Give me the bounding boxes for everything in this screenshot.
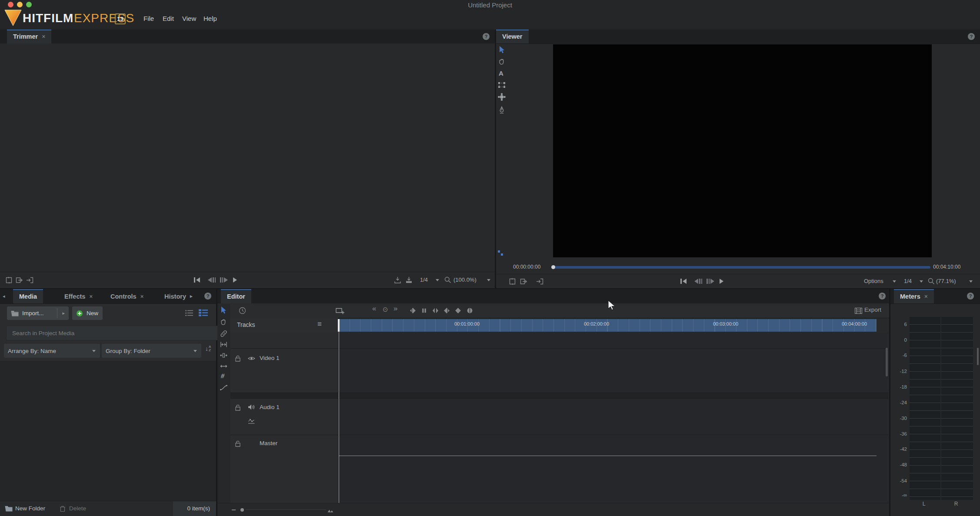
export-frame-icon[interactable] [16,276,23,284]
slip-tool-icon[interactable] [220,341,227,348]
timeline-area[interactable] [338,333,889,503]
slice-split-icon[interactable] [432,307,439,314]
help-icon[interactable]: ? [968,33,975,40]
chevron-down-icon[interactable] [920,280,923,283]
play-button[interactable] [233,277,237,283]
help-icon[interactable]: ? [967,293,974,300]
media-list[interactable] [0,361,216,501]
trimmer-zoom-value[interactable]: (100.0%) [453,276,477,283]
track-name[interactable]: Audio 1 [260,404,280,410]
go-to-start-button[interactable] [194,277,200,283]
options-dropdown[interactable]: Options [864,278,883,284]
previous-keyframe-icon[interactable]: « [372,304,376,313]
trimmer-quality-value[interactable]: 1/4 [420,276,428,283]
free-transform-tool-icon[interactable] [498,93,506,101]
search-input[interactable] [6,326,220,340]
eye-visible-icon[interactable] [248,356,255,361]
panel-menu-icon[interactable]: ▸ [190,293,193,299]
rate-stretch-tool-icon[interactable]: # [220,372,225,380]
loop-region-icon[interactable] [509,278,516,285]
tab-history[interactable]: History ▸ [158,289,199,303]
help-icon[interactable]: ? [879,293,886,300]
lock-open-icon[interactable] [235,355,241,362]
tab-scroll-left-icon[interactable]: ◂ [3,293,5,299]
next-keyframe-icon[interactable]: » [393,304,397,313]
timeline-zoom-track[interactable] [246,509,326,510]
slide-tool-icon[interactable] [220,352,227,359]
track-name[interactable]: Master [260,440,277,446]
text-tool-icon[interactable]: A [499,70,503,77]
arrange-by-dropdown[interactable]: Arrange By: Name [4,344,100,358]
track-row-audio1[interactable]: Audio 1 [230,399,338,434]
video-preview[interactable] [553,44,932,257]
marker-icon[interactable] [467,307,473,314]
timeline-ruler[interactable]: 00:01:00:00 00:02:00:00 00:03:00:00 00:0… [339,319,877,332]
playhead-marker[interactable] [338,319,340,332]
import-button[interactable]: Import... ▸ [7,306,69,320]
group-by-dropdown[interactable]: Group By: Folder [102,344,201,358]
menu-help[interactable]: Help [203,15,217,22]
hand-tool-icon[interactable] [220,319,227,326]
new-folder-button[interactable]: New Folder [15,505,45,512]
close-icon[interactable]: × [140,293,144,300]
zoom-fit-icon[interactable] [327,506,334,513]
close-icon[interactable]: × [924,293,928,300]
chevron-down-icon[interactable] [436,279,439,281]
next-frame-button[interactable] [220,277,228,283]
viewer-playhead-handle[interactable] [551,265,555,269]
chevron-down-icon[interactable] [969,280,973,283]
previous-frame-button[interactable] [694,279,702,284]
insert-object-icon[interactable] [336,307,345,315]
pen-tool-icon[interactable] [498,106,505,114]
track-name[interactable]: Video 1 [260,355,280,361]
menu-file[interactable]: File [143,15,154,22]
set-out-point-icon[interactable] [405,276,413,284]
lock-open-icon[interactable] [235,440,241,447]
panel-resize-grip[interactable] [501,253,503,256]
set-in-point-icon[interactable] [394,276,401,284]
send-to-editor-icon[interactable] [26,276,33,284]
zoom-out-tick[interactable] [232,509,236,510]
slice-left-icon[interactable] [410,307,416,314]
chevron-down-icon[interactable] [487,279,490,281]
ripple-edit-tool-icon[interactable] [220,363,227,370]
help-icon[interactable]: ? [204,293,211,300]
selection-region-tool-icon[interactable] [498,82,506,88]
audio-envelope-icon[interactable] [248,418,255,424]
select-tool-icon[interactable] [220,306,227,314]
import-menu-icon[interactable]: ▸ [62,310,65,316]
record-keyframe-icon[interactable]: ⊙ [383,306,388,313]
tab-viewer[interactable]: Viewer [496,30,529,43]
lock-open-icon[interactable] [235,404,241,411]
list-view-icon[interactable] [185,310,193,316]
hand-tool-icon[interactable] [498,58,506,66]
new-button[interactable]: New [72,306,103,320]
tracks-menu-icon[interactable]: ≡ [317,320,322,329]
vertical-scrollbar[interactable] [977,348,979,365]
ripple-delete-icon[interactable] [421,307,427,314]
set-out-icon[interactable] [455,307,461,314]
vertical-scrollbar[interactable] [886,348,888,376]
delete-button[interactable]: Delete [69,505,86,512]
tab-media[interactable]: Media [13,289,43,303]
loop-region-icon[interactable] [5,276,13,284]
help-icon[interactable]: ? [483,33,490,40]
tab-controls[interactable]: Controls × [104,289,150,303]
close-icon[interactable]: × [42,33,45,40]
tab-trimmer[interactable]: Trimmer × [7,30,51,43]
tab-editor[interactable]: Editor [221,289,251,303]
menu-edit[interactable]: Edit [163,15,174,22]
tab-meters[interactable]: Meters × [894,289,934,303]
export-button[interactable]: Export [864,306,881,313]
tab-effects[interactable]: Effects × [58,289,99,303]
play-button[interactable] [720,279,723,284]
go-to-start-button[interactable] [680,279,687,284]
smooth-curve-tool-icon[interactable] [220,384,227,391]
detail-view-icon[interactable] [199,309,208,316]
close-icon[interactable]: × [89,293,93,300]
viewer-zoom-value[interactable]: (77.1%) [936,278,956,284]
track-row-master[interactable]: Master [230,435,338,487]
speaker-icon[interactable] [248,404,255,410]
track-row-video1[interactable]: Video 1 [230,349,338,393]
slice-tool-icon[interactable] [220,330,227,337]
